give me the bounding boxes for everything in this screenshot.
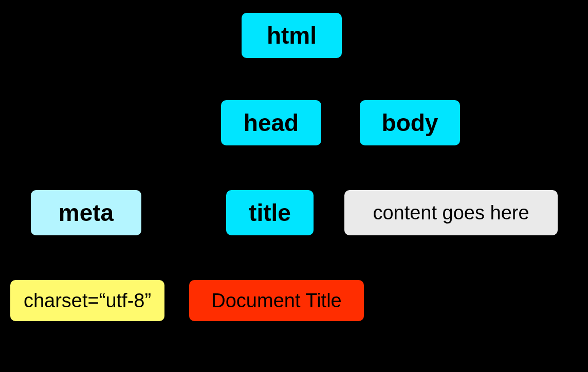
svg-line-0 [270,58,280,100]
node-content-placeholder: content goes here [344,190,558,235]
node-meta-label: meta [59,199,114,227]
node-title: title [226,190,314,235]
node-content-label: content goes here [373,202,529,224]
node-charset-attribute: charset=“utf-8” [10,280,164,321]
svg-line-4 [409,145,447,190]
svg-line-1 [303,58,396,100]
node-meta: meta [31,190,141,235]
node-doctitle-label: Document Title [211,290,341,312]
node-head-label: head [244,109,299,137]
node-html: html [242,13,342,58]
node-document-title-text: Document Title [189,280,364,321]
node-html-label: html [267,22,317,49]
node-charset-label: charset=“utf-8” [24,290,151,312]
node-head: head [221,100,321,145]
node-title-label: title [249,199,291,227]
svg-line-2 [85,145,252,190]
node-body: body [360,100,460,145]
node-body-label: body [382,109,438,137]
